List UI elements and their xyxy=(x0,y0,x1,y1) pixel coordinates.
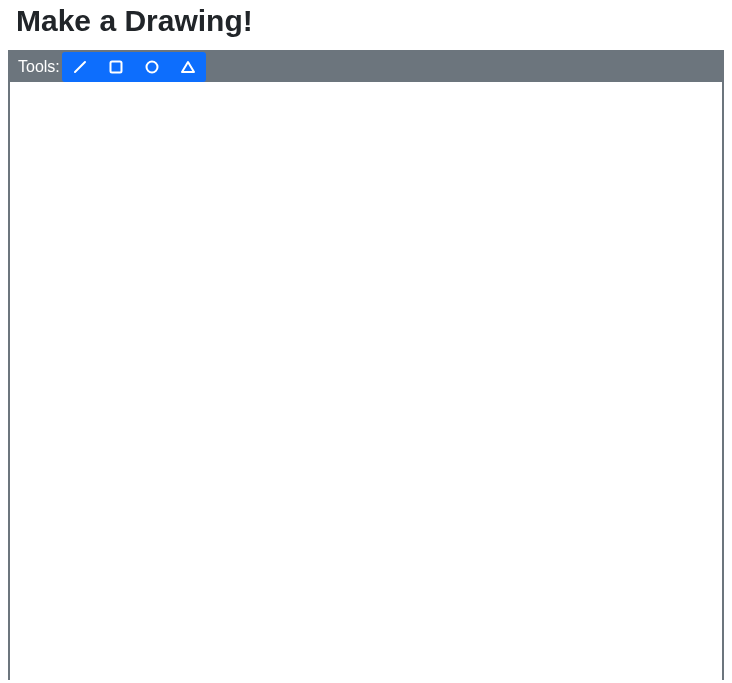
drawing-app-frame: Tools: xyxy=(8,50,724,680)
line-tool-button[interactable] xyxy=(62,52,98,82)
triangle-icon xyxy=(180,59,196,75)
triangle-tool-button[interactable] xyxy=(170,52,206,82)
circle-tool-button[interactable] xyxy=(134,52,170,82)
square-icon xyxy=(108,59,124,75)
toolbar: Tools: xyxy=(10,52,722,82)
svg-line-0 xyxy=(75,62,85,72)
square-tool-button[interactable] xyxy=(98,52,134,82)
svg-rect-1 xyxy=(110,62,121,73)
svg-point-2 xyxy=(146,62,157,73)
page-title: Make a Drawing! xyxy=(0,0,732,50)
drawing-canvas[interactable] xyxy=(10,82,722,680)
circle-icon xyxy=(144,59,160,75)
tool-button-group xyxy=(62,52,206,82)
toolbar-label: Tools: xyxy=(18,58,60,76)
line-icon xyxy=(72,59,88,75)
